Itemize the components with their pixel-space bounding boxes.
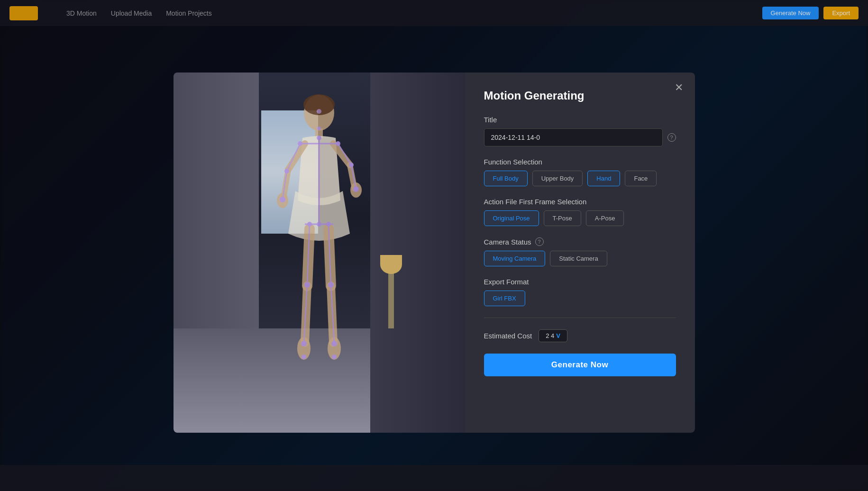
svg-point-30 bbox=[349, 163, 354, 167]
title-input[interactable] bbox=[484, 128, 663, 146]
function-selection-buttons: Full Body Upper Body Hand Face bbox=[484, 171, 676, 186]
title-field-label: Title bbox=[484, 116, 676, 124]
title-field-group: Title ? bbox=[484, 116, 676, 146]
function-upper-body-btn[interactable]: Upper Body bbox=[532, 171, 583, 186]
function-hand-btn[interactable]: Hand bbox=[587, 171, 620, 186]
frame-selection-group: Action File First Frame Selection Origin… bbox=[484, 198, 676, 226]
skeleton-overlay bbox=[262, 87, 376, 390]
export-format-group: Export Format Girl FBX bbox=[484, 278, 676, 306]
svg-point-38 bbox=[301, 341, 307, 346]
character-preview-area bbox=[174, 73, 465, 433]
cost-badge: 2 4 V bbox=[539, 329, 567, 342]
svg-point-36 bbox=[304, 282, 310, 288]
motion-generating-dialog: ✕ Motion Generating Title ? Function Sel… bbox=[174, 73, 695, 433]
svg-point-34 bbox=[307, 222, 312, 227]
svg-point-27 bbox=[298, 141, 302, 146]
estimated-cost-row: Estimated Cost 2 4 V bbox=[484, 329, 676, 342]
svg-point-35 bbox=[326, 222, 331, 227]
svg-point-26 bbox=[317, 136, 321, 140]
estimated-cost-label: Estimated Cost bbox=[484, 332, 532, 340]
frame-selection-label: Action File First Frame Selection bbox=[484, 198, 676, 206]
svg-point-29 bbox=[284, 169, 289, 173]
cost-value: 2 4 bbox=[546, 332, 554, 339]
frame-a-pose-btn[interactable]: A-Pose bbox=[586, 210, 624, 226]
export-girl-fbx-btn[interactable]: Girl FBX bbox=[484, 291, 525, 306]
frame-t-pose-btn[interactable]: T-Pose bbox=[544, 210, 581, 226]
svg-point-33 bbox=[317, 222, 321, 227]
svg-point-41 bbox=[332, 355, 337, 359]
cost-unit: V bbox=[556, 332, 560, 339]
camera-static-btn[interactable]: Static Camera bbox=[550, 251, 607, 266]
function-selection-label: Function Selection bbox=[484, 158, 676, 166]
camera-help-icon[interactable]: ? bbox=[535, 237, 544, 246]
svg-point-31 bbox=[280, 197, 285, 202]
generate-now-button[interactable]: Generate Now bbox=[484, 354, 676, 376]
svg-point-42 bbox=[317, 127, 321, 130]
camera-status-group: Camera Status ? Moving Camera Static Cam… bbox=[484, 237, 676, 266]
svg-point-28 bbox=[336, 141, 340, 146]
svg-point-43 bbox=[317, 109, 321, 114]
svg-point-39 bbox=[331, 341, 337, 346]
dialog-title: Motion Generating bbox=[484, 89, 676, 102]
dialog-backdrop: ✕ Motion Generating Title ? Function Sel… bbox=[0, 0, 868, 491]
bg-wall-right bbox=[370, 73, 465, 433]
export-format-buttons: Girl FBX bbox=[484, 291, 676, 306]
title-input-row: ? bbox=[484, 128, 676, 146]
svg-point-40 bbox=[302, 355, 306, 359]
frame-selection-buttons: Original Pose T-Pose A-Pose bbox=[484, 210, 676, 226]
camera-status-buttons: Moving Camera Static Camera bbox=[484, 251, 676, 266]
svg-point-32 bbox=[353, 186, 359, 192]
export-format-label: Export Format bbox=[484, 278, 676, 286]
function-face-btn[interactable]: Face bbox=[625, 171, 657, 186]
camera-status-label: Camera Status ? bbox=[484, 237, 676, 246]
function-full-body-btn[interactable]: Full Body bbox=[484, 171, 528, 186]
svg-point-37 bbox=[328, 282, 334, 288]
close-button[interactable]: ✕ bbox=[672, 81, 685, 94]
divider bbox=[484, 318, 676, 318]
frame-original-pose-btn[interactable]: Original Pose bbox=[484, 210, 539, 226]
figure-background bbox=[174, 73, 465, 433]
bg-lamp-shade bbox=[380, 255, 402, 274]
function-selection-group: Function Selection Full Body Upper Body … bbox=[484, 158, 676, 186]
title-help-icon[interactable]: ? bbox=[667, 133, 676, 142]
bg-lamp-pole bbox=[388, 272, 394, 328]
camera-moving-btn[interactable]: Moving Camera bbox=[484, 251, 546, 266]
form-panel: ✕ Motion Generating Title ? Function Sel… bbox=[465, 73, 695, 433]
